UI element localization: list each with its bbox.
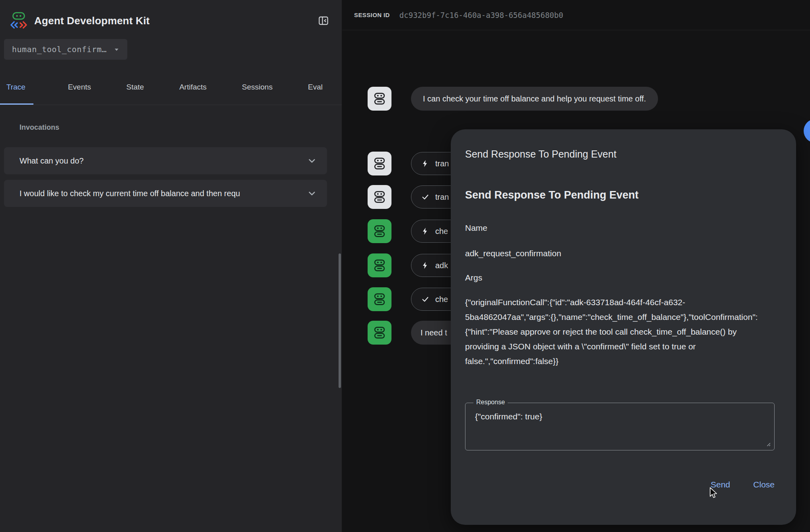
invocations-heading: Invocations <box>19 123 59 132</box>
robot-icon <box>372 258 387 273</box>
send-button[interactable]: Send <box>711 480 730 489</box>
invocation-label: What can you do? <box>19 156 84 166</box>
robot-icon <box>372 224 387 239</box>
event-pill-label: tran <box>435 193 449 202</box>
chat-message-row: I can check your time off balance and he… <box>368 87 658 111</box>
event-pill-label: adk <box>435 261 448 270</box>
pending-event-dialog: Send Response To Pending Event Send Resp… <box>451 129 796 525</box>
bot-avatar <box>368 152 391 175</box>
invocation-item[interactable]: I would like to check my current time of… <box>4 180 327 207</box>
bolt-icon <box>421 159 430 168</box>
app-title: Agent Development Kit <box>34 15 150 27</box>
robot-icon <box>372 156 387 171</box>
close-button[interactable]: Close <box>753 480 775 489</box>
tab-state[interactable]: State <box>126 71 145 105</box>
sidebar: Agent Development Kit human_tool_confirm… <box>0 0 342 532</box>
invocation-item[interactable]: What can you do? <box>4 147 327 174</box>
session-header: SESSION ID dc932b9f-7c16-460a-a398-656a4… <box>342 0 810 30</box>
event-pill-label: che <box>435 295 448 304</box>
response-field-label: Response <box>473 399 508 406</box>
bot-avatar <box>368 219 391 243</box>
message-bubble: I can check your time off balance and he… <box>411 87 658 111</box>
bot-avatar <box>368 321 391 345</box>
name-value: adk_request_confirmation <box>465 248 780 259</box>
dialog-actions: Send Close <box>465 480 780 489</box>
collapse-sidebar-button[interactable] <box>315 13 331 29</box>
session-id-label: SESSION ID <box>354 12 390 18</box>
bot-avatar <box>368 253 391 277</box>
dialog-heading: Send Response To Pending Event <box>465 188 780 202</box>
message-text: I can check your time off balance and he… <box>423 94 646 103</box>
sidebar-header: Agent Development Kit <box>0 0 342 41</box>
robot-icon <box>372 189 387 205</box>
check-icon <box>421 193 430 201</box>
response-input[interactable]: {"confirmed": true} <box>465 403 774 450</box>
tab-bar: Trace Events State Artifacts Sessions Ev… <box>0 71 342 105</box>
sidebar-scrollbar[interactable] <box>339 253 341 388</box>
response-field: Response {"confirmed": true} <box>465 403 775 450</box>
tab-trace[interactable]: Trace <box>0 71 33 105</box>
event-pill-label: tran <box>435 159 449 168</box>
check-icon <box>421 295 430 304</box>
tab-artifacts[interactable]: Artifacts <box>179 71 208 105</box>
tab-sessions[interactable]: Sessions <box>241 71 273 105</box>
bot-avatar <box>368 185 391 209</box>
chevron-down-icon <box>302 188 317 199</box>
edge-fab-button[interactable] <box>804 119 810 143</box>
resize-handle-icon[interactable] <box>765 440 771 446</box>
bot-avatar <box>368 287 391 311</box>
bot-avatar <box>368 87 391 111</box>
adk-logo-icon <box>10 12 28 30</box>
dialog-title: Send Response To Pending Event <box>465 148 780 160</box>
tab-events[interactable]: Events <box>67 71 92 105</box>
chevron-down-icon <box>302 155 317 166</box>
robot-icon <box>372 91 387 106</box>
message-text: I need t <box>421 328 447 337</box>
tab-eval[interactable]: Eval <box>307 71 323 105</box>
panel-collapse-icon <box>317 15 329 27</box>
agent-select-value: human_tool_confirm… <box>12 45 107 54</box>
event-pill-label: che <box>435 227 448 236</box>
robot-icon <box>372 292 387 307</box>
dropdown-caret-icon <box>112 45 121 54</box>
args-label: Args <box>465 272 780 283</box>
invocation-label: I would like to check my current time of… <box>19 189 240 198</box>
robot-icon <box>372 325 387 340</box>
name-label: Name <box>465 222 780 234</box>
args-json: {"originalFunctionCall":{"id":"adk-63371… <box>465 295 763 383</box>
bolt-icon <box>421 227 430 236</box>
agent-select-dropdown[interactable]: human_tool_confirm… <box>4 39 127 60</box>
bolt-icon <box>421 261 430 270</box>
session-id-value: dc932b9f-7c16-460a-a398-656a485680b0 <box>399 11 563 19</box>
